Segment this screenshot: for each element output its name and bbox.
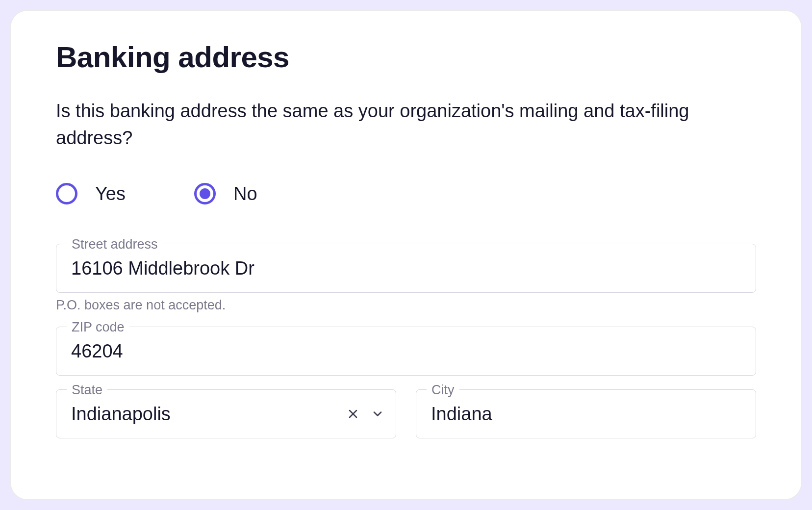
radio-circle-selected-icon: [194, 183, 216, 204]
radio-dot-icon: [200, 188, 210, 199]
zip-code-field: ZIP code: [56, 327, 756, 376]
state-field: State: [56, 389, 396, 438]
radio-option-yes[interactable]: Yes: [56, 183, 126, 204]
radio-option-no[interactable]: No: [194, 183, 257, 204]
city-input[interactable]: [416, 389, 756, 438]
chevron-down-icon[interactable]: [369, 405, 386, 423]
section-heading: Banking address: [56, 40, 756, 74]
banking-address-card: Banking address Is this banking address …: [10, 10, 802, 500]
radio-label-yes: Yes: [95, 183, 126, 204]
same-address-question: Is this banking address the same as your…: [56, 98, 733, 152]
state-combo-controls: [344, 389, 386, 438]
zip-code-label: ZIP code: [67, 320, 129, 335]
radio-group-same-address: Yes No: [56, 183, 756, 204]
radio-circle-icon: [56, 183, 77, 204]
clear-icon[interactable]: [344, 405, 362, 423]
city-label: City: [427, 382, 459, 398]
state-label: State: [67, 382, 107, 398]
street-address-label: Street address: [67, 237, 163, 252]
radio-label-no: No: [233, 183, 257, 204]
street-address-helper: P.O. boxes are not accepted.: [56, 298, 756, 313]
street-address-field: Street address: [56, 244, 756, 293]
zip-code-input[interactable]: [56, 327, 756, 376]
city-field: City: [416, 389, 756, 438]
